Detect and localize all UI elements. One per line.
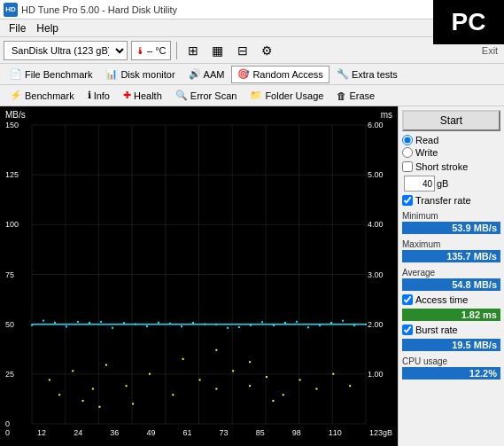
x-label-49: 49 bbox=[146, 428, 155, 437]
toolbar-icon-3[interactable]: ⊟ bbox=[232, 41, 253, 60]
toolbar-icon-1[interactable]: ⊞ bbox=[182, 41, 204, 60]
error-scan-icon: 🔍 bbox=[175, 90, 188, 101]
burst-rate-checkbox[interactable] bbox=[402, 325, 413, 335]
maximum-label: Maximum bbox=[402, 239, 500, 249]
x-label-123: 123gB bbox=[369, 428, 392, 437]
x-label-98: 98 bbox=[292, 428, 301, 437]
y-axis-title: MB/s bbox=[5, 110, 26, 120]
chart-container: MB/s ms 0 12 24 36 49 61 73 85 98 110 12… bbox=[0, 106, 398, 446]
title-bar: HD HD Tune Pro 5.00 - Hard Disk Utility … bbox=[0, 0, 504, 20]
burst-rate-section: 19.5 MB/s bbox=[402, 339, 500, 351]
average-value: 54.8 MB/s bbox=[402, 278, 500, 291]
cpu-usage-section: CPU usage 12.2% bbox=[402, 355, 500, 379]
menu-help[interactable]: Help bbox=[31, 20, 64, 36]
access-time-checkbox[interactable] bbox=[402, 294, 413, 305]
toolbar-separator bbox=[176, 42, 177, 59]
minimum-value: 53.9 MB/s bbox=[402, 222, 500, 234]
toolbar-icon-4[interactable]: ⚙ bbox=[257, 41, 278, 60]
app-icon: HD bbox=[4, 3, 18, 17]
x-label-36: 36 bbox=[110, 428, 119, 437]
toolbar: SanDisk Ultra (123 gB) 🌡 – °C ⊞ ▦ ⊟ ⚙ Ex… bbox=[0, 37, 504, 64]
x-label-73: 73 bbox=[220, 428, 229, 437]
maximum-section: Maximum 135.7 MB/s bbox=[402, 238, 500, 262]
x-label-24: 24 bbox=[74, 428, 82, 437]
nav-benchmark[interactable]: ⚡ Benchmark bbox=[4, 87, 81, 105]
cpu-usage-label: CPU usage bbox=[402, 356, 500, 366]
chart-canvas bbox=[4, 121, 394, 427]
temperature-display: 🌡 – °C bbox=[131, 41, 171, 60]
nav-erase[interactable]: 🗑 Erase bbox=[330, 87, 381, 105]
x-label-61: 61 bbox=[182, 428, 191, 437]
nav-health[interactable]: ✚ Health bbox=[117, 87, 168, 105]
nav-random-access[interactable]: 🎯 Random Access bbox=[231, 66, 329, 83]
minimum-section: Minimum 53.9 MB/s bbox=[402, 209, 500, 234]
disk-selector[interactable]: SanDisk Ultra (123 gB) bbox=[4, 41, 128, 60]
health-icon: ✚ bbox=[123, 90, 131, 101]
stroke-row: gB bbox=[404, 176, 500, 192]
thermometer-icon: 🌡 bbox=[136, 45, 145, 56]
burst-rate-value: 19.5 MB/s bbox=[402, 339, 500, 351]
nav-aam[interactable]: 🔊 AAM bbox=[182, 66, 231, 83]
nav-row-2: ⚡ Benchmark ℹ Info ✚ Health 🔍 Error Scan… bbox=[0, 85, 504, 106]
window-title: HD Tune Pro 5.00 - Hard Disk Utility bbox=[21, 4, 177, 15]
nav-folder-usage[interactable]: 📁 Folder Usage bbox=[244, 87, 330, 105]
nav-disk-monitor[interactable]: 📊 Disk monitor bbox=[99, 66, 181, 83]
average-section: Average 54.8 MB/s bbox=[402, 266, 500, 291]
nav-extra-tests[interactable]: 🔧 Extra tests bbox=[330, 66, 404, 83]
menu-bar: File Help bbox=[0, 20, 504, 37]
info-icon: ℹ bbox=[88, 90, 91, 101]
pc-badge: PC bbox=[433, 0, 504, 44]
menu-file[interactable]: File bbox=[4, 20, 31, 36]
random-access-icon: 🎯 bbox=[237, 68, 250, 80]
transfer-rate-checkbox[interactable] bbox=[402, 195, 413, 206]
x-label-85: 85 bbox=[256, 428, 265, 437]
erase-icon: 🗑 bbox=[337, 90, 346, 101]
transfer-rate-checkbox-label[interactable]: Transfer rate bbox=[402, 195, 500, 206]
access-time-section: 1.82 ms bbox=[402, 309, 500, 321]
maximum-value: 135.7 MB/s bbox=[402, 250, 500, 262]
benchmark-icon: ⚡ bbox=[10, 90, 22, 101]
x-label-0: 0 bbox=[5, 428, 10, 437]
extra-tests-icon: 🔧 bbox=[337, 68, 349, 80]
read-radio[interactable] bbox=[402, 135, 413, 145]
nav-info[interactable]: ℹ Info bbox=[81, 87, 116, 105]
short-stroke-checkbox-label[interactable]: Short stroke bbox=[402, 161, 500, 172]
chart-inner bbox=[4, 121, 394, 427]
access-time-value: 1.82 ms bbox=[402, 309, 500, 321]
stroke-value-input[interactable] bbox=[404, 176, 435, 192]
start-button[interactable]: Start bbox=[402, 110, 500, 131]
nav-file-benchmark[interactable]: 📄 File Benchmark bbox=[4, 66, 98, 83]
minimum-label: Minimum bbox=[402, 211, 500, 221]
short-stroke-checkbox[interactable] bbox=[402, 161, 413, 172]
main-area: MB/s ms 0 12 24 36 49 61 73 85 98 110 12… bbox=[0, 106, 504, 446]
file-benchmark-icon: 📄 bbox=[10, 68, 22, 80]
y-axis-right-title: ms bbox=[381, 110, 392, 120]
disk-monitor-icon: 📊 bbox=[105, 68, 118, 80]
read-radio-label[interactable]: Read bbox=[402, 135, 500, 145]
right-panel: Start Read Write Short stroke gB bbox=[398, 106, 504, 446]
x-label-110: 110 bbox=[329, 428, 342, 437]
mode-radio-group: Read Write bbox=[402, 135, 500, 158]
aam-icon: 🔊 bbox=[189, 68, 201, 80]
average-label: Average bbox=[402, 268, 500, 278]
write-radio-label[interactable]: Write bbox=[402, 147, 500, 158]
cpu-usage-value: 12.2% bbox=[402, 367, 500, 379]
burst-rate-checkbox-label[interactable]: Burst rate bbox=[402, 325, 500, 335]
access-time-checkbox-label[interactable]: Access time bbox=[402, 294, 500, 305]
x-label-12: 12 bbox=[37, 428, 46, 437]
write-radio[interactable] bbox=[402, 147, 413, 158]
folder-usage-icon: 📁 bbox=[250, 90, 262, 101]
nav-row-1: 📄 File Benchmark 📊 Disk monitor 🔊 AAM 🎯 … bbox=[0, 64, 504, 85]
toolbar-icon-2[interactable]: ▦ bbox=[207, 41, 229, 60]
nav-error-scan[interactable]: 🔍 Error Scan bbox=[169, 87, 244, 105]
